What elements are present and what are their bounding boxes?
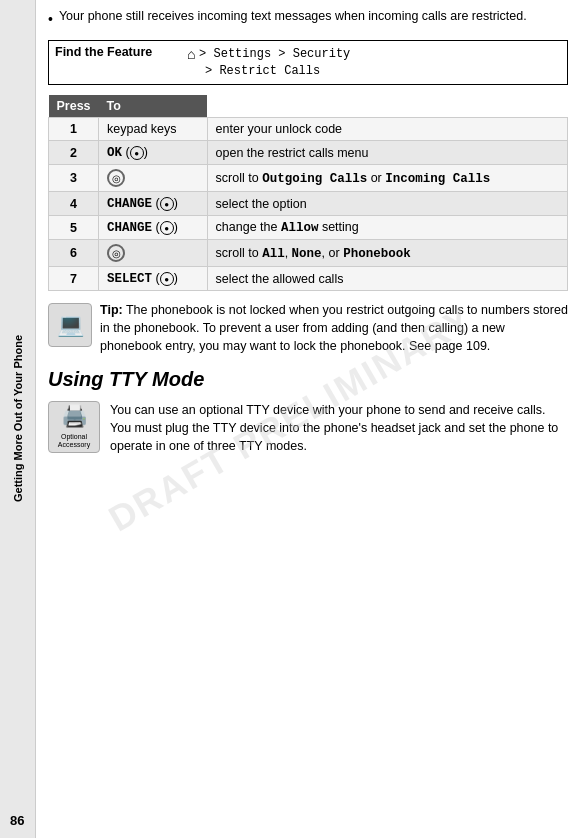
table-row: 2 OK (●) open the restrict calls menu xyxy=(49,141,568,165)
find-feature-path: ⌂ > Settings > Security > Restrict Calls xyxy=(187,45,350,81)
path-line1: > Settings > Security xyxy=(199,47,350,61)
table-row: 1 keypad keys enter your unlock code xyxy=(49,118,568,141)
row1-num: 1 xyxy=(49,118,99,141)
path-line2: > Restrict Calls xyxy=(205,64,320,78)
tty-heading: Using TTY Mode xyxy=(48,368,568,391)
nav-icon-6: ◎ xyxy=(107,244,125,262)
tip-text: Tip: The phonebook is not locked when yo… xyxy=(100,301,568,355)
row1-press: keypad keys xyxy=(99,118,208,141)
row4-num: 4 xyxy=(49,192,99,216)
optional-label: OptionalAccessory xyxy=(58,433,90,450)
bullet-icon: • xyxy=(48,10,53,30)
select-icon-7: ● xyxy=(160,272,174,286)
ok-icon: ● xyxy=(130,146,144,160)
intro-text: Your phone still receives incoming text … xyxy=(59,8,527,26)
main-content: • Your phone still receives incoming tex… xyxy=(36,0,582,838)
tty-text: You can use an optional TTY device with … xyxy=(110,401,568,455)
row4-to: select the option xyxy=(207,192,567,216)
row5-to: change the Allow setting xyxy=(207,216,567,240)
change-icon-4: ● xyxy=(160,197,174,211)
row2-to: open the restrict calls menu xyxy=(207,141,567,165)
tip-bold: Tip: xyxy=(100,303,123,317)
tip-section: 💻 Tip: The phonebook is not locked when … xyxy=(48,301,568,355)
find-feature-label: Find the Feature xyxy=(55,45,175,59)
row3-num: 3 xyxy=(49,165,99,192)
optional-accessory-icon: 🖨️ OptionalAccessory xyxy=(48,401,100,453)
table-row: 6 ◎ scroll to All, None, or Phonebook xyxy=(49,240,568,267)
row2-press: OK (●) xyxy=(99,141,208,165)
row6-num: 6 xyxy=(49,240,99,267)
row5-num: 5 xyxy=(49,216,99,240)
row4-press: CHANGE (●) xyxy=(99,192,208,216)
row7-num: 7 xyxy=(49,267,99,291)
row5-press: CHANGE (●) xyxy=(99,216,208,240)
row6-press: ◎ xyxy=(99,240,208,267)
nav-icon-3: ◎ xyxy=(107,169,125,187)
page-number: 86 xyxy=(10,813,24,828)
tty-section: 🖨️ OptionalAccessory You can use an opti… xyxy=(48,401,568,455)
table-row: 5 CHANGE (●) change the Allow setting xyxy=(49,216,568,240)
col-to-header: To xyxy=(99,95,208,118)
row6-to: scroll to All, None, or Phonebook xyxy=(207,240,567,267)
row3-press: ◎ xyxy=(99,165,208,192)
find-feature-row: Find the Feature ⌂ > Settings > Security… xyxy=(48,40,568,86)
intro-bullet: • Your phone still receives incoming tex… xyxy=(48,8,568,30)
row3-to: scroll to Outgoing Calls or Incoming Cal… xyxy=(207,165,567,192)
row7-press: SELECT (●) xyxy=(99,267,208,291)
tip-icon: 💻 xyxy=(48,303,92,347)
row2-num: 2 xyxy=(49,141,99,165)
row1-to: enter your unlock code xyxy=(207,118,567,141)
sidebar: Getting More Out of Your Phone xyxy=(0,0,36,838)
instruction-table: Press To 1 keypad keys enter your unlock… xyxy=(48,95,568,291)
accessory-image: 🖨️ xyxy=(61,400,88,432)
sidebar-label: Getting More Out of Your Phone xyxy=(12,335,24,502)
table-row: 3 ◎ scroll to Outgoing Calls or Incoming… xyxy=(49,165,568,192)
row7-to: select the allowed calls xyxy=(207,267,567,291)
table-row: 4 CHANGE (●) select the option xyxy=(49,192,568,216)
change-icon-5: ● xyxy=(160,221,174,235)
col-press-header: Press xyxy=(49,95,99,118)
home-icon: ⌂ xyxy=(187,45,195,61)
tip-body: The phonebook is not locked when you res… xyxy=(100,303,568,353)
table-row: 7 SELECT (●) select the allowed calls xyxy=(49,267,568,291)
